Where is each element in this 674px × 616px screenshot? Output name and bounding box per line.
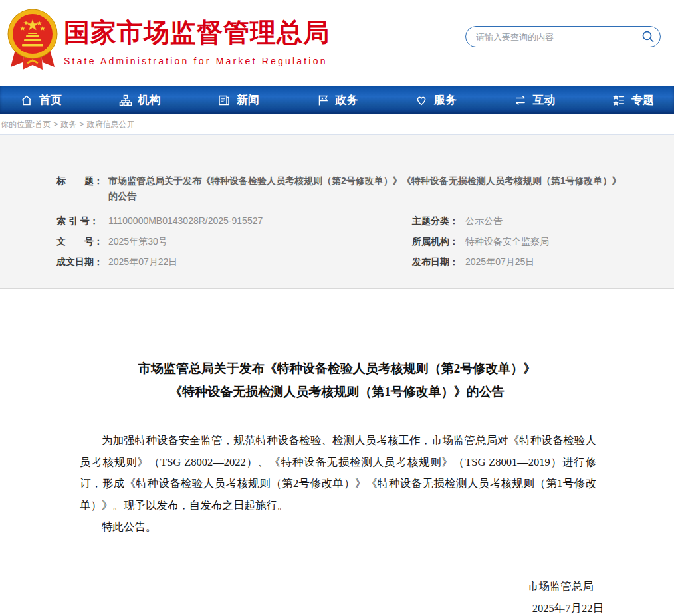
search-input[interactable] bbox=[466, 32, 636, 42]
heart-icon bbox=[415, 94, 428, 107]
national-emblem-logo bbox=[5, 6, 60, 75]
written-date-value: 2025年07月22日 bbox=[108, 257, 177, 267]
doc-number-value: 2025年第30号 bbox=[108, 236, 168, 247]
breadcrumb-separator: > bbox=[79, 120, 84, 129]
breadcrumb-link-home[interactable]: 首页 bbox=[35, 120, 51, 129]
search-box bbox=[465, 26, 661, 47]
nav-label: 政务 bbox=[336, 92, 358, 108]
breadcrumb-prefix: 你的位置: bbox=[1, 120, 35, 129]
doc-info-row: 文 号：2025年第30号 所属机构：特种设备安全监察局 bbox=[56, 231, 674, 252]
topic-category-label: 主题分类： bbox=[412, 211, 465, 231]
nav-label: 新闻 bbox=[237, 92, 259, 108]
flag-icon bbox=[316, 94, 330, 107]
article-title-line1: 市场监管总局关于发布《特种设备检验人员考核规则（第2号修改单）》 bbox=[0, 357, 674, 380]
nav-item-orgs[interactable]: 机构 bbox=[119, 92, 161, 108]
doc-info-panel: 标 题： 市场监管总局关于发布《特种设备检验人员考核规则（第2号修改单）》《特种… bbox=[0, 135, 674, 289]
doc-info-row: 成文日期：2025年07月22日 发布日期：2025年07月25日 bbox=[56, 252, 674, 272]
breadcrumb-current: 政府信息公开 bbox=[86, 120, 134, 129]
signature-block: 市场监管总局 2025年7月22日 bbox=[0, 575, 674, 616]
nav-item-topics[interactable]: 专题 bbox=[612, 92, 654, 108]
document-body: 市场监管总局关于发布《特种设备检验人员考核规则（第2号修改单）》 《特种设备无损… bbox=[0, 289, 674, 616]
site-header: 国家市场监督管理总局 State Administration for Mark… bbox=[0, 0, 674, 86]
article-paragraph: 特此公告。 bbox=[80, 516, 596, 538]
nav-label: 机构 bbox=[138, 92, 161, 108]
nav-item-gov[interactable]: 政务 bbox=[316, 92, 358, 108]
search-icon[interactable] bbox=[636, 27, 660, 47]
breadcrumb-link-gov[interactable]: 政务 bbox=[60, 120, 76, 129]
written-date-label: 成文日期： bbox=[56, 252, 108, 272]
doc-info-row: 索 引 号：11100000MB0143028R/2025-915527 主题分… bbox=[56, 211, 674, 231]
main-nav: 首页 机构 新闻 bbox=[0, 86, 674, 114]
newspaper-icon bbox=[217, 94, 231, 107]
publish-date-label: 发布日期： bbox=[412, 252, 465, 272]
issuing-agency-label: 所属机构： bbox=[412, 231, 465, 252]
site-title: 国家市场监督管理总局 bbox=[64, 15, 330, 51]
star-list-icon bbox=[612, 94, 625, 107]
nav-label: 首页 bbox=[39, 92, 62, 108]
nav-item-services[interactable]: 服务 bbox=[415, 92, 457, 108]
page: 国家市场监督管理总局 State Administration for Mark… bbox=[0, 0, 674, 616]
title-label: 标 题： bbox=[56, 173, 108, 204]
publish-date-value: 2025年07月25日 bbox=[465, 257, 534, 267]
signature-name: 市场监管总局 bbox=[0, 575, 674, 597]
sitemap-icon bbox=[119, 94, 132, 107]
index-number-value: 11100000MB0143028R/2025-915527 bbox=[108, 215, 263, 226]
doc-info-title-row: 标 题： 市场监管总局关于发布《特种设备检验人员考核规则（第2号修改单）》《特种… bbox=[56, 173, 674, 204]
nav-label: 服务 bbox=[434, 92, 457, 108]
doc-number-label: 文 号： bbox=[56, 231, 108, 252]
signature-date: 2025年7月22日 bbox=[0, 597, 674, 616]
home-icon bbox=[20, 94, 33, 107]
nav-item-interact[interactable]: 互动 bbox=[514, 92, 556, 108]
issuing-agency-value: 特种设备安全监察局 bbox=[465, 236, 549, 247]
nav-item-home[interactable]: 首页 bbox=[20, 92, 62, 108]
exchange-arrows-icon bbox=[514, 94, 527, 107]
nav-label: 专题 bbox=[631, 92, 654, 108]
topic-category-value: 公示公告 bbox=[465, 215, 503, 226]
article-title-line2: 《特种设备无损检测人员考核规则（第1号修改单）》的公告 bbox=[0, 380, 674, 403]
title-value: 市场监管总局关于发布《特种设备检验人员考核规则（第2号修改单）》《特种设备无损检… bbox=[108, 173, 625, 204]
article-paragraph: 为加强特种设备安全监管，规范特种设备检验、检测人员考核工作，市场监管总局对《特种… bbox=[80, 430, 596, 516]
index-number-label: 索 引 号： bbox=[56, 211, 108, 231]
nav-label: 互动 bbox=[533, 92, 556, 108]
site-subtitle: State Administration for Market Regulati… bbox=[64, 56, 330, 66]
breadcrumb-separator: > bbox=[53, 120, 58, 129]
breadcrumb: 你的位置:首页>政务>政府信息公开 bbox=[0, 114, 674, 135]
nav-item-news[interactable]: 新闻 bbox=[217, 92, 259, 108]
